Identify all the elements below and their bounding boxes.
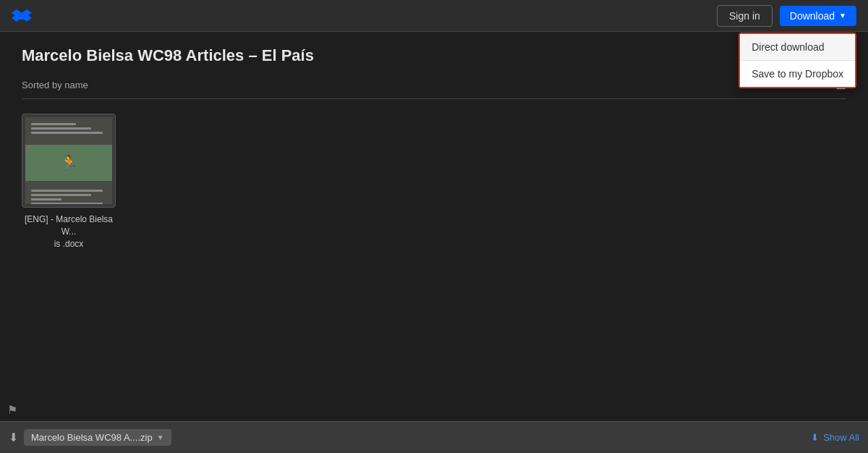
page-title: Marcelo Bielsa WC98 Articles – El País [22,46,846,65]
sort-bar: Sorted by name ⊞ [22,77,846,99]
chevron-down-icon: ▼ [157,433,164,441]
doc-line [31,198,61,200]
filename-label: Marcelo Bielsa WC98 A....zip [31,432,153,443]
save-to-dropbox-item[interactable]: Save to my Dropbox [740,61,855,87]
doc-line [31,203,103,204]
header-right: Sign in Download ▼ Direct download Save … [717,5,856,27]
chevron-down-icon: ▼ [839,12,846,20]
download-dropdown: Direct download Save to my Dropbox [739,33,856,88]
bottom-bar: ⬇ Marcelo Bielsa WC98 A....zip ▼ ⬇ Show … [0,421,868,453]
show-all-button[interactable]: ⬇ Show All [811,432,859,443]
doc-line [31,194,91,196]
bottom-left: ⬇ Marcelo Bielsa WC98 A....zip ▼ [9,429,171,446]
download-button[interactable]: Download ▼ [780,6,856,26]
sort-label: Sorted by name [22,80,88,90]
doc-line [31,190,103,192]
file-grid: 🏃 [ENG] - Marcelo Bielsa W... is .docx [22,114,846,250]
file-item[interactable]: 🏃 [ENG] - Marcelo Bielsa W... is .docx [22,114,116,250]
file-thumbnail: 🏃 [22,114,116,208]
header-left [12,6,32,26]
download-icon: ⬇ [811,432,819,443]
doc-image-area: 🏃 [25,145,112,181]
flag-icon: ⚑ [7,403,17,417]
sign-in-button[interactable]: Sign in [717,5,773,27]
dropbox-logo-icon [12,6,32,26]
file-name: [ENG] - Marcelo Bielsa W... is .docx [22,213,116,250]
doc-line [31,123,76,125]
doc-line [31,132,103,134]
download-small-icon: ⬇ [9,431,18,444]
download-button-label: Download [790,10,835,22]
show-all-label: Show All [823,432,859,443]
main-content: Marcelo Bielsa WC98 Articles – El País S… [0,32,868,264]
doc-line [31,127,91,130]
image-placeholder-icon: 🏃 [60,154,78,172]
header: Sign in Download ▼ Direct download Save … [0,0,868,32]
doc-preview: 🏃 [25,117,112,204]
direct-download-item[interactable]: Direct download [740,34,855,61]
filename-badge[interactable]: Marcelo Bielsa WC98 A....zip ▼ [24,429,171,446]
